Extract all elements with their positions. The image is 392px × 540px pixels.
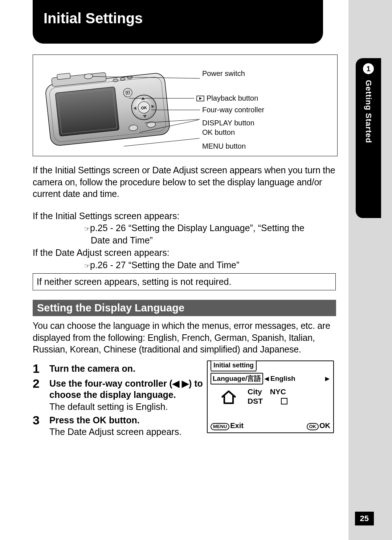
ok-button-icon: OK — [307, 423, 319, 430]
step-number: 2 — [33, 377, 49, 390]
page-title: Initial Settings — [33, 0, 323, 44]
lcd-language-value: English — [270, 375, 295, 383]
right-arrow-icon: ▶ — [325, 375, 330, 382]
note-box: If neither screen appears, setting is no… — [33, 273, 336, 290]
lcd-city-value: NYC — [270, 387, 286, 396]
label-ok: OK button — [202, 128, 235, 137]
lcd-city-label: City — [248, 387, 262, 396]
label-menu: MENU button — [202, 142, 246, 150]
lcd-dst-label: DST — [248, 397, 263, 406]
step-head: Turn the camera on. — [49, 363, 203, 374]
ref-if2: If the Date Adjust screen appears: — [33, 247, 338, 259]
label-fourway: Four-way controller — [202, 106, 264, 114]
label-playback: Playback button — [207, 94, 258, 102]
lcd-tab: Initial setting — [211, 361, 257, 371]
svg-text:OK: OK — [141, 105, 147, 110]
step-head: Use the four-way controller (◀ ▶) to cho… — [49, 378, 203, 401]
step-3: 3 Press the OK button. The Date Adjust s… — [33, 414, 203, 437]
step-desc: The default setting is English. — [49, 402, 203, 412]
playback-icon — [196, 96, 204, 101]
section-intro: You can choose the language in which the… — [33, 320, 334, 355]
step-number: 1 — [33, 362, 49, 375]
step-number: 3 — [33, 414, 49, 427]
ref-text-1: p.25 - 26 “Setting the Display Language”… — [90, 223, 305, 245]
lcd-exit: Exit — [230, 422, 244, 430]
pointer-icon: ☞ — [84, 225, 90, 233]
step-head: Press the OK button. — [49, 415, 203, 426]
chapter-label: Getting Started — [364, 80, 373, 143]
lcd-screen: Initial setting Language/言語 ◀ English ▶ … — [207, 360, 334, 433]
chapter-number: 1 — [363, 63, 374, 74]
ref-if1: If the Initial Settings screen appears: — [33, 210, 338, 222]
lcd-language-label: Language/言語 — [211, 373, 263, 384]
ref-block: If the Initial Settings screen appears: … — [33, 210, 338, 271]
ref-text-2: p.26 - 27 “Setting the Date and Time” — [90, 260, 239, 270]
label-display: DISPLAY button — [202, 119, 254, 127]
step-2: 2 Use the four-way controller (◀ ▶) to c… — [33, 377, 203, 412]
svg-marker-23 — [199, 97, 202, 100]
left-arrow-icon: ◀ — [265, 375, 269, 382]
page-number: 25 — [355, 512, 374, 525]
label-power: Power switch — [202, 69, 245, 78]
lcd-ok: OK — [319, 422, 330, 430]
intro-text: If the Initial Settings screen or Date A… — [33, 164, 338, 200]
section-heading: Setting the Display Language — [33, 300, 336, 316]
pointer-icon: ☞ — [84, 262, 90, 270]
step-desc: The Date Adjust screen appears. — [49, 427, 203, 437]
camera-diagram: OK Power switch Playba — [33, 55, 338, 156]
step-1: 1 Turn the camera on. — [33, 362, 203, 375]
page-content: Initial Settings — [0, 0, 348, 540]
home-icon — [221, 389, 237, 405]
lcd-dst-checkbox — [281, 398, 287, 404]
steps-area: 1 Turn the camera on. 2 Use the four-way… — [33, 362, 338, 437]
menu-button-icon: MENU — [211, 423, 229, 430]
chapter-tab: 1 Getting Started — [356, 58, 381, 218]
